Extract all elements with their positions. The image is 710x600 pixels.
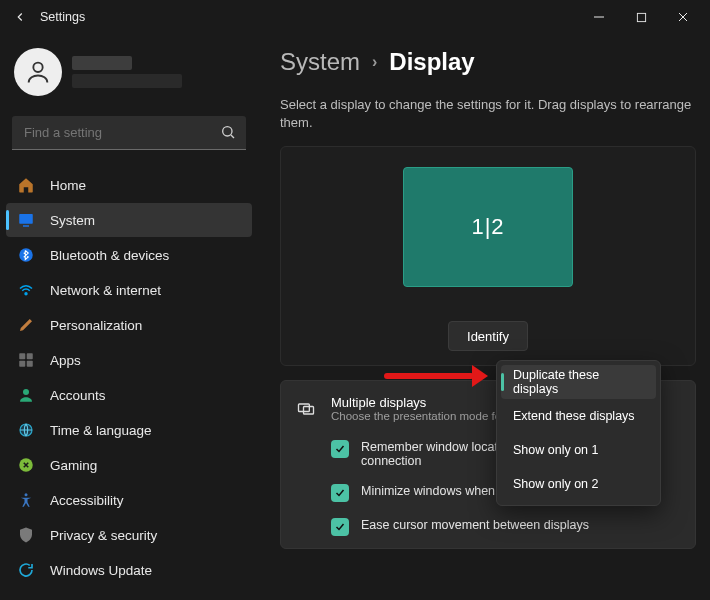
sidebar-item-privacy[interactable]: Privacy & security — [6, 518, 252, 552]
svg-point-4 — [33, 63, 42, 72]
brush-icon — [16, 315, 36, 335]
sidebar-item-label: Personalization — [50, 318, 142, 333]
home-icon — [16, 175, 36, 195]
sidebar-item-apps[interactable]: Apps — [6, 343, 252, 377]
sidebar-item-time-language[interactable]: Time & language — [6, 413, 252, 447]
sidebar-item-label: System — [50, 213, 95, 228]
svg-rect-20 — [304, 406, 314, 414]
close-button[interactable] — [662, 3, 704, 31]
checkbox-checked[interactable] — [331, 440, 349, 458]
bluetooth-icon — [16, 245, 36, 265]
svg-rect-12 — [27, 353, 33, 359]
globe-icon — [16, 420, 36, 440]
apps-icon — [16, 350, 36, 370]
sidebar-item-bluetooth[interactable]: Bluetooth & devices — [6, 238, 252, 272]
content-pane: System › Display Select a display to cha… — [258, 34, 710, 600]
svg-rect-8 — [23, 225, 29, 227]
svg-rect-7 — [19, 214, 33, 224]
sidebar-item-label: Accounts — [50, 388, 106, 403]
maximize-button[interactable] — [620, 3, 662, 31]
sidebar-item-windows-update[interactable]: Windows Update — [6, 553, 252, 587]
chevron-right-icon: › — [372, 53, 377, 71]
sidebar-item-gaming[interactable]: Gaming — [6, 448, 252, 482]
sidebar-item-label: Privacy & security — [50, 528, 157, 543]
breadcrumb-current: Display — [389, 48, 474, 76]
row-subtitle: Choose the presentation mode for y — [331, 410, 514, 422]
system-icon — [16, 210, 36, 230]
identify-button[interactable]: Identify — [448, 321, 528, 351]
sidebar-item-accessibility[interactable]: Accessibility — [6, 483, 252, 517]
option-show-only-2[interactable]: Show only on 2 — [501, 467, 656, 501]
sidebar-item-home[interactable]: Home — [6, 168, 252, 202]
window-title: Settings — [40, 10, 85, 24]
display-mode-dropdown[interactable]: Duplicate these displays Extend these di… — [496, 360, 661, 506]
sidebar-item-label: Apps — [50, 353, 81, 368]
minimize-button[interactable] — [578, 3, 620, 31]
svg-point-18 — [25, 493, 28, 496]
sidebar: Home System Bluetooth & devices Network … — [0, 34, 258, 600]
svg-rect-1 — [637, 13, 645, 21]
shield-icon — [16, 525, 36, 545]
sidebar-item-personalization[interactable]: Personalization — [6, 308, 252, 342]
user-name-placeholder — [72, 56, 182, 88]
annotation-arrow — [384, 368, 494, 379]
nav: Home System Bluetooth & devices Network … — [6, 168, 252, 587]
display-hint: Select a display to change the settings … — [280, 96, 696, 132]
sidebar-item-accounts[interactable]: Accounts — [6, 378, 252, 412]
sidebar-item-system[interactable]: System — [6, 203, 252, 237]
sidebar-item-label: Gaming — [50, 458, 97, 473]
checkbox-checked[interactable] — [331, 518, 349, 536]
svg-point-5 — [223, 127, 232, 136]
svg-rect-13 — [19, 361, 25, 367]
back-button[interactable] — [6, 3, 34, 31]
row-title: Multiple displays — [331, 395, 514, 410]
svg-rect-14 — [27, 361, 33, 367]
svg-rect-11 — [19, 353, 25, 359]
sidebar-item-label: Bluetooth & devices — [50, 248, 169, 263]
sidebar-item-label: Accessibility — [50, 493, 124, 508]
wifi-icon — [16, 280, 36, 300]
sidebar-item-label: Windows Update — [50, 563, 152, 578]
option-show-only-1[interactable]: Show only on 1 — [501, 433, 656, 467]
monitor-tile[interactable]: 1|2 — [403, 167, 573, 287]
option-duplicate[interactable]: Duplicate these displays — [501, 365, 656, 399]
svg-point-10 — [25, 293, 27, 295]
breadcrumb: System › Display — [280, 48, 696, 76]
update-icon — [16, 560, 36, 580]
gaming-icon — [16, 455, 36, 475]
title-bar: Settings — [0, 0, 710, 34]
search-box[interactable] — [12, 116, 246, 150]
svg-line-6 — [231, 135, 234, 138]
search-icon — [220, 124, 236, 144]
user-panel[interactable] — [6, 42, 252, 112]
search-input[interactable] — [12, 116, 246, 150]
display-arrangement-card: 1|2 Identify — [280, 146, 696, 366]
accessibility-icon — [16, 490, 36, 510]
sidebar-item-label: Time & language — [50, 423, 152, 438]
accounts-icon — [16, 385, 36, 405]
displays-icon — [295, 398, 317, 420]
option-extend[interactable]: Extend these displays — [501, 399, 656, 433]
monitor-label: 1|2 — [471, 214, 504, 240]
checkbox-checked[interactable] — [331, 484, 349, 502]
ease-cursor-checkbox-row[interactable]: Ease cursor movement between displays — [295, 510, 681, 544]
sidebar-item-label: Home — [50, 178, 86, 193]
sidebar-item-network[interactable]: Network & internet — [6, 273, 252, 307]
avatar — [14, 48, 62, 96]
sidebar-item-label: Network & internet — [50, 283, 161, 298]
svg-point-15 — [23, 389, 29, 395]
breadcrumb-parent[interactable]: System — [280, 48, 360, 76]
